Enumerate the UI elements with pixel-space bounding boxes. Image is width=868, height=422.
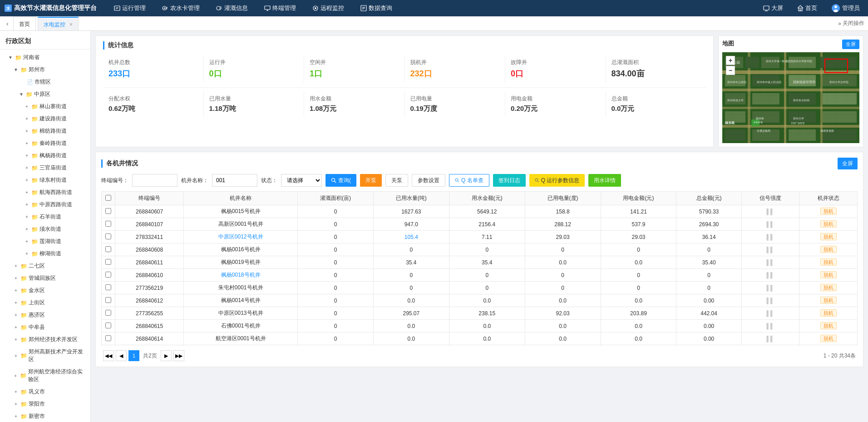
nav-card-management[interactable]: 农水卡管理 <box>158 0 203 16</box>
nav-user[interactable]: 管理员 <box>828 4 863 13</box>
signal-icon: ▌▌ <box>767 336 774 342</box>
tree-jianshe[interactable]: + 📁 建设路街道 <box>0 113 90 125</box>
well-fullscreen-button[interactable]: 全屏 <box>838 158 858 169</box>
tree-huiji[interactable]: + 📁 惠济区 <box>0 309 90 321</box>
last-page-btn[interactable]: ▶▶ <box>173 350 184 361</box>
nav-irrigation-info[interactable]: 灌溉信息 <box>212 0 252 16</box>
well-status: 脱机 <box>799 231 858 243</box>
nav-data-query[interactable]: 数据查询 <box>357 0 396 16</box>
tab-nav-prev[interactable]: ‹ <box>4 20 11 27</box>
tree-linshan[interactable]: + 📁 林山寨街道 <box>0 100 90 113</box>
tree-hanggang[interactable]: + 📁 郑州航空港经济综合实验区 <box>0 366 90 386</box>
page-1-btn[interactable]: 1 <box>128 350 139 361</box>
tree-lvdong[interactable]: + 📁 绿东村街道 <box>0 174 90 186</box>
folder-icon: 📁 <box>31 214 38 220</box>
tree-zhongyuanxi[interactable]: + 📁 中原西路街道 <box>0 199 90 211</box>
tree-xinmi[interactable]: + 📁 新密市 <box>0 410 90 422</box>
tree-qinling[interactable]: + 📁 秦岭路街道 <box>0 137 90 149</box>
expand-icon: + <box>24 165 30 170</box>
water-used: 1.0 <box>373 345 449 346</box>
name-query-button[interactable]: Q 名单查 <box>449 174 489 187</box>
tree-fengyang[interactable]: + 📁 枫杨路街道 <box>0 149 90 162</box>
row-checkbox[interactable] <box>105 323 111 328</box>
map-zoom-out[interactable]: − <box>726 66 735 75</box>
query-button[interactable]: 查询( <box>326 174 356 187</box>
well-status: 脱机 <box>799 256 858 269</box>
elec-cost: 0 <box>601 282 676 294</box>
well-name-input[interactable] <box>212 174 257 187</box>
elec-used: 0 <box>525 243 601 256</box>
status-select[interactable]: 请选择 运行 空闲 脱机 故障 <box>281 174 322 187</box>
tree-shixiaoqu[interactable]: 📄 市辖区 <box>0 76 90 88</box>
tab-water-monitor[interactable]: 水电监控 × <box>38 17 79 30</box>
open-pump-button[interactable]: 开泵 <box>360 174 382 187</box>
first-page-btn[interactable]: ◀◀ <box>103 350 114 361</box>
water-detail-button[interactable]: 用水详情 <box>588 174 621 187</box>
stat-electricity-used: 已用电量 0.19万度 <box>404 91 505 117</box>
map-zoom-in[interactable]: + <box>726 56 735 65</box>
tree-jinshui[interactable]: + 📁 金水区 <box>0 284 90 297</box>
prev-page-btn[interactable]: ◀ <box>116 350 127 361</box>
row-checkbox[interactable] <box>105 259 111 265</box>
row-checkbox[interactable] <box>105 284 111 290</box>
row-checkbox[interactable] <box>105 246 111 252</box>
tree-zhengzhou[interactable]: ▼ 📁 郑州市 <box>0 64 90 76</box>
row-checkbox[interactable] <box>105 335 111 341</box>
stat-running-wells: 运行井 0口 <box>203 55 304 83</box>
next-page-btn[interactable]: ▶ <box>161 350 172 361</box>
tree-mianfang[interactable]: + 📁 棉纺路街道 <box>0 125 90 137</box>
tab-close[interactable]: × <box>69 21 73 28</box>
search-icon-yellow <box>535 178 539 183</box>
tree-lianhu[interactable]: + 📁 莲湖街道 <box>0 235 90 248</box>
row-checkbox[interactable] <box>105 208 111 214</box>
stat-water-used: 已用水量 1.18万吨 <box>203 91 304 117</box>
tree-guancheng[interactable]: + 📁 管城回族区 <box>0 272 90 284</box>
tree-xingyang[interactable]: + 📁 荥阳市 <box>0 398 90 410</box>
tree-shangjie[interactable]: + 📁 上街区 <box>0 297 90 309</box>
close-all-tabs[interactable]: » 关闭操作 <box>838 20 864 27</box>
nav-terminal-management[interactable]: 终端管理 <box>261 0 300 16</box>
tab-home[interactable]: 首页 <box>13 17 36 30</box>
run-param-button[interactable]: Q 运行参数信息 <box>529 174 585 187</box>
svg-point-15 <box>315 7 316 9</box>
tree-gongyi[interactable]: + 📁 巩义市 <box>0 386 90 398</box>
area: 0 <box>298 320 374 333</box>
tree-hanghai[interactable]: + 📁 航海西路街道 <box>0 186 90 199</box>
folder-icon: 📁 <box>20 263 27 269</box>
param-set-button[interactable]: 参数设置 <box>412 174 445 187</box>
elec-cost: 537.9 <box>601 218 676 231</box>
nav-big-screen[interactable]: 大屏 <box>760 4 787 12</box>
tree-erqi[interactable]: + 📁 二七区 <box>0 260 90 272</box>
row-checkbox[interactable] <box>105 297 111 303</box>
nav-run-management[interactable]: 运行管理 <box>110 0 149 16</box>
nav-home[interactable]: 首页 <box>794 4 821 12</box>
row-checkbox[interactable] <box>105 310 111 316</box>
terminal-input[interactable] <box>132 174 178 187</box>
tree-zhongmu[interactable]: + 📁 中牟县 <box>0 321 90 333</box>
tree-henan[interactable]: ▼ 📁 河南省 <box>0 51 90 64</box>
folder-icon: 📁 <box>20 389 27 395</box>
tree-shiyang[interactable]: + 📁 石羊街道 <box>0 211 90 223</box>
table-row: 268840611 枫杨0019号机井 0 35.4 35.4 0.0 0.0 … <box>102 256 858 269</box>
select-all-checkbox[interactable] <box>105 195 111 201</box>
row-checkbox-cell <box>102 320 115 333</box>
sign-log-button[interactable]: 签到日志 <box>493 174 526 187</box>
close-pump-button[interactable]: 关泵 <box>385 174 408 187</box>
info-icon <box>216 5 222 11</box>
table-row: 268840607 枫杨0015号机井 0 1627.63 5649.12 15… <box>102 205 858 218</box>
tree-jingji[interactable]: + 📁 郑州经济技术开发区 <box>0 333 90 346</box>
row-checkbox[interactable] <box>105 221 111 227</box>
tree-xushui[interactable]: + 📁 须水街道 <box>0 223 90 235</box>
nav-remote-monitor[interactable]: 远程监控 <box>309 0 348 16</box>
tree-gaoxin[interactable]: + 📁 郑州高新技术产业开发区 <box>0 346 90 366</box>
table-row: 268840107 高新区0001号机井 0 947.0 2156.4 288.… <box>102 218 858 231</box>
elec-cost: 29.03 <box>601 231 676 243</box>
total-cost: 0 <box>676 243 741 256</box>
map-fullscreen-button[interactable]: 全屏 <box>842 40 859 49</box>
tree-sanguanmiao[interactable]: + 📁 三官庙街道 <box>0 162 90 174</box>
row-checkbox[interactable] <box>105 233 111 239</box>
tree-liuhu[interactable]: + 📁 柳湖街道 <box>0 248 90 260</box>
row-checkbox[interactable] <box>105 272 111 278</box>
elec-used: 0.0 <box>525 320 601 333</box>
tree-zhongyuan[interactable]: ▼ 📁 中原区 <box>0 88 90 100</box>
